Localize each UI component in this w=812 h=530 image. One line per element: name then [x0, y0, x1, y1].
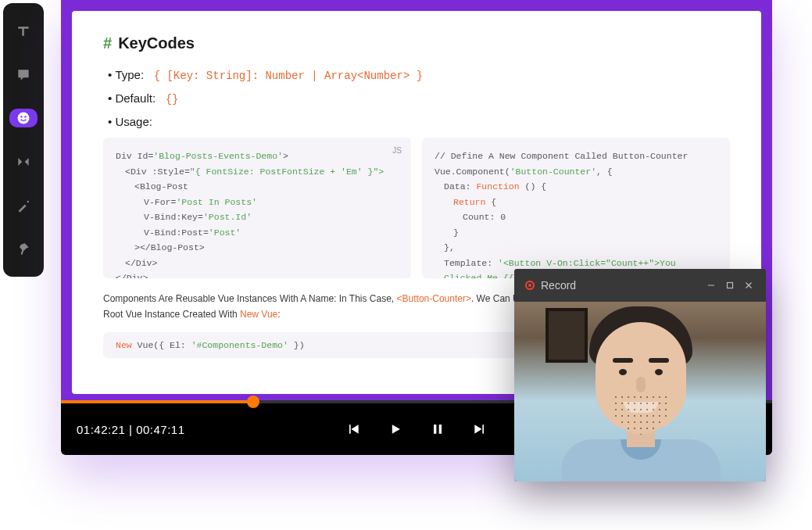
webcam-panel: Record: [514, 269, 766, 482]
time-elapsed: 01:42:21: [77, 423, 125, 436]
time-total: 00:47:11: [136, 423, 184, 436]
svg-rect-1: [22, 27, 24, 36]
sidebar-item-shapes[interactable]: [9, 152, 38, 171]
svg-rect-5: [19, 204, 27, 212]
next-button[interactable]: [472, 421, 488, 437]
sidebar: [3, 3, 44, 277]
chat-icon: [16, 67, 31, 83]
svg-rect-8: [439, 424, 442, 434]
time-display: 01:42:21 | 00:47:11: [77, 423, 185, 436]
wand-icon: [16, 198, 31, 213]
sidebar-item-chat[interactable]: [9, 66, 38, 84]
type-label: Type:: [115, 68, 144, 81]
row-usage: Usage:: [108, 115, 730, 128]
row-type: Type: { [Key: String]: Number | Array<Nu…: [108, 68, 730, 82]
webcam-video: [514, 302, 766, 482]
type-value: { [Key: String]: Number | Array<Number> …: [154, 70, 423, 82]
svg-point-2: [18, 113, 30, 124]
hash-icon: #: [103, 34, 112, 52]
pause-button[interactable]: [430, 421, 445, 437]
maximize-button[interactable]: [724, 279, 736, 292]
row-default: Default: {}: [108, 91, 730, 106]
svg-point-3: [20, 116, 22, 117]
heading-title: KeyCodes: [118, 34, 195, 52]
svg-point-4: [24, 116, 26, 117]
code-columns: JS Div Id='Blog-Posts-Events-Demo'> <Div…: [103, 138, 730, 278]
svg-rect-10: [728, 283, 733, 288]
sidebar-item-emoji[interactable]: [9, 109, 38, 127]
progress-fill: [61, 400, 253, 403]
sidebar-item-pin[interactable]: [9, 239, 38, 258]
play-button[interactable]: [388, 421, 403, 437]
emoji-icon: [16, 110, 31, 126]
pause-icon: [430, 421, 445, 437]
sidebar-item-text[interactable]: [9, 22, 38, 41]
sidebar-item-wand[interactable]: [9, 196, 38, 215]
minimize-button[interactable]: [705, 279, 717, 292]
code-block-left: JS Div Id='Blog-Posts-Events-Demo'> <Div…: [103, 138, 411, 278]
svg-rect-7: [434, 424, 436, 434]
code-block-right: // Define A New Component Called Button-…: [422, 138, 730, 278]
text-icon: [16, 23, 31, 39]
skip-back-icon: [345, 421, 361, 437]
shapes-icon: [16, 154, 31, 170]
usage-label: Usage:: [115, 115, 152, 128]
section-heading: # KeyCodes: [103, 34, 730, 52]
progress-knob[interactable]: [247, 396, 259, 408]
close-icon: [743, 280, 754, 291]
record-indicator-icon: [525, 281, 535, 290]
skip-forward-icon: [472, 421, 488, 437]
code-lang-badge: JS: [392, 144, 402, 157]
default-value: {}: [166, 93, 179, 106]
pin-icon: [16, 241, 31, 256]
svg-point-6: [27, 200, 30, 202]
maximize-icon: [724, 280, 735, 291]
webcam-header: Record: [514, 269, 766, 302]
close-button[interactable]: [742, 279, 755, 292]
minimize-icon: [706, 280, 717, 291]
prev-button[interactable]: [345, 421, 361, 437]
player-controls: [345, 421, 488, 437]
record-label[interactable]: Record: [541, 279, 576, 292]
play-icon: [388, 421, 403, 437]
default-label: Default:: [115, 91, 156, 105]
